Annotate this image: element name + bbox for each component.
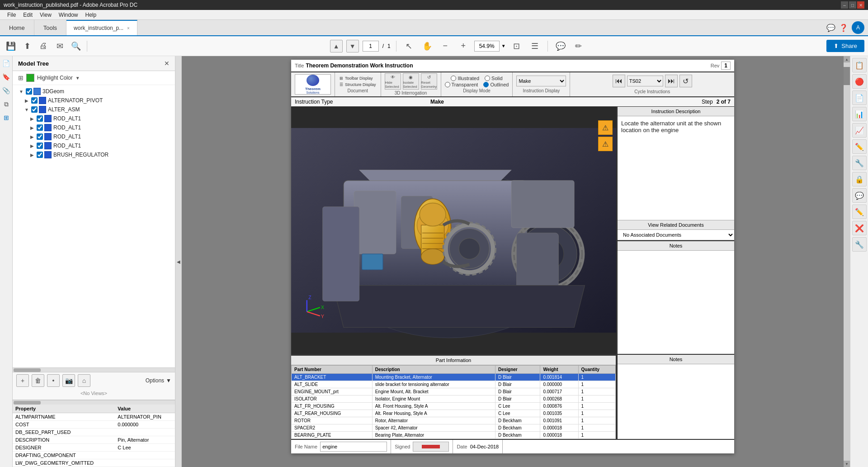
structure-display-button[interactable]: ☰ Structure Display [338,82,378,87]
save-button[interactable]: 💾 [4,39,18,53]
tree-hscroll[interactable] [13,367,175,372]
scroll-thumb[interactable] [844,67,850,85]
expand-icon[interactable]: ▼ [18,89,24,94]
search-button[interactable]: 🔍 [69,39,83,53]
part-table-row[interactable]: ISOLATOR Isolator, Engine Mount D Blair … [292,396,616,403]
email-button[interactable]: ✉ [52,39,67,53]
tree-node-alt-pivot[interactable]: ▶ ALTERNATOR_PIVOT [13,96,175,105]
menu-view[interactable]: View [36,11,55,19]
prev-page-button[interactable]: ▲ [330,40,343,52]
node-checkbox[interactable] [37,143,43,149]
node-checkbox[interactable] [37,152,43,158]
rt-pencil-button[interactable]: ✏️ [852,205,867,219]
part-table-row[interactable]: ALT_SLIDE slide bracket for tensioning a… [292,381,616,388]
scroll-up-button[interactable]: ▲ [844,56,850,62]
prop-hscroll[interactable] [13,400,175,405]
expand-icon[interactable]: ▶ [29,134,35,139]
upload-button[interactable]: ⬆ [20,39,34,53]
tree-node-3dgeom[interactable]: ▼ 3DGeom [13,87,175,96]
rt-lock-button[interactable]: 🔒 [852,172,867,186]
add-view-button[interactable]: + [16,374,29,387]
tree-node-rod-alt1-4[interactable]: ▶ ROD_ALT1 [13,141,175,150]
scroll-down-button[interactable]: ▼ [844,461,850,467]
rt-comment-button[interactable]: 💬 [852,188,867,203]
comment-tool-button[interactable]: 💬 [553,39,568,53]
tab-home[interactable]: Home [0,20,34,35]
tree-node-alter-asm[interactable]: ▼ ALTER_ASM [13,105,175,114]
comment-icon[interactable]: 💬 [826,24,835,32]
home-view-button[interactable]: ⌂ [78,374,90,387]
tab-document[interactable]: work_instruction_p... × [66,20,137,35]
zoom-input[interactable] [474,41,500,52]
pdf-vscroll[interactable]: ▲ ▼ [844,56,850,467]
node-checkbox[interactable] [37,133,43,140]
sidebar-bookmarks-icon[interactable]: 🔖 [1,71,12,82]
refresh-button[interactable]: ↺ [679,75,692,87]
part-table-row[interactable]: ENGINE_MOUNT_prt Engine Mount, Alt. Brac… [292,388,616,396]
part-table-row[interactable]: ALT_BRACKET Mounting Bracket, Alternator… [292,374,616,381]
highlight-dropdown-arrow[interactable]: ▼ [75,76,80,81]
instruction-display-select[interactable]: Make [516,76,566,86]
tree-node-rod-alt1-2[interactable]: ▶ ROD_ALT1 [13,123,175,132]
part-table-row[interactable]: ALT_FR_HOUSING Alt. Front Housing, Style… [292,403,616,410]
options-button[interactable]: Options ▼ [146,377,171,384]
node-checkbox[interactable] [37,115,43,122]
3d-viewer[interactable]: X Y Z ⚠ ⚠ [291,107,617,354]
last-instruction-button[interactable]: ⏭ [665,75,678,87]
illustrated-option[interactable]: Illustrated [451,76,479,81]
sidebar-attach-icon[interactable]: 📎 [1,85,12,96]
reset-geometry-button[interactable]: ↺ Reset Geometry [421,73,437,90]
menu-edit[interactable]: Edit [19,11,36,19]
sidebar-layers-icon[interactable]: ⧉ [1,99,12,110]
menu-help[interactable]: Help [82,11,100,19]
hand-tool-button[interactable]: ✋ [420,39,434,53]
node-checkbox[interactable] [31,97,38,104]
toolbar-display-button[interactable]: ⊞ Toolbar Display [338,76,378,81]
expand-icon[interactable]: ▶ [29,116,35,121]
tree-node-rod-alt1-3[interactable]: ▶ ROD_ALT1 [13,132,175,141]
next-page-button[interactable]: ▼ [346,40,359,52]
tree-node-brush-reg[interactable]: ▶ BRUSH_REGULATOR [13,150,175,159]
part-table-row[interactable]: ALT_REAR_HOUSING Alt. Rear Housing, Styl… [292,410,616,417]
select-tool-button[interactable]: ↖ [402,39,416,53]
rt-orange-button[interactable]: ✏️ [852,139,867,154]
tab-tools[interactable]: Tools [34,20,66,35]
isolate-selected-button[interactable]: ◉ Isolate Selected [403,73,419,90]
annotation-button[interactable]: ✏ [571,39,586,53]
cycle-select[interactable]: TS02 [627,76,663,86]
camera-button[interactable]: 📷 [62,374,75,387]
restore-button[interactable]: □ [849,1,856,9]
node-checkbox[interactable] [26,88,32,95]
rt-doc-button[interactable]: 📄 [852,91,867,105]
expand-icon[interactable]: ▼ [24,107,30,112]
tab-close-icon[interactable]: × [127,26,130,31]
node-checkbox[interactable] [31,106,38,113]
fit-page-button[interactable]: ⊡ [509,39,524,53]
zoom-in-button[interactable]: + [456,39,471,53]
rt-green-button[interactable]: 📈 [852,123,867,138]
close-button[interactable]: ✕ [857,1,864,9]
node-checkbox[interactable] [37,124,43,131]
rt-wrench-button[interactable]: 🔧 [852,237,867,252]
rt-gear-red-button[interactable]: 🔧 [852,156,867,170]
model-tree-close-button[interactable]: ✕ [164,60,170,67]
part-table-row[interactable]: ROTOR Rotor, Alternator D Beckham 0.0010… [292,417,616,424]
lock-view-button[interactable]: • [47,374,60,387]
part-table-row[interactable]: BEARING_PLATE Bearing Plate, Alternator … [292,432,616,439]
expand-icon[interactable]: ▶ [29,143,35,148]
transparent-option[interactable]: Transparent [445,82,478,87]
rt-close-button[interactable]: ❌ [852,221,867,235]
menu-window[interactable]: Window [55,11,82,19]
help-icon[interactable]: ❓ [839,24,848,32]
hide-selected-button[interactable]: 👁 Hide Selected [385,73,401,90]
solid-option[interactable]: Solid [485,76,502,81]
rt-save-button[interactable]: 📋 [852,58,867,72]
rt-red-button[interactable]: 🔴 [852,74,867,89]
expand-icon[interactable]: ▶ [29,125,35,130]
zoom-dropdown-icon[interactable]: ▼ [501,43,506,48]
page-input[interactable] [363,41,379,52]
share-button[interactable]: ⬆ Share [826,40,864,52]
minimize-button[interactable]: – [841,1,848,9]
zoom-out-button[interactable]: − [438,39,453,53]
sidebar-model-tree-icon[interactable]: ⊞ [1,112,12,123]
